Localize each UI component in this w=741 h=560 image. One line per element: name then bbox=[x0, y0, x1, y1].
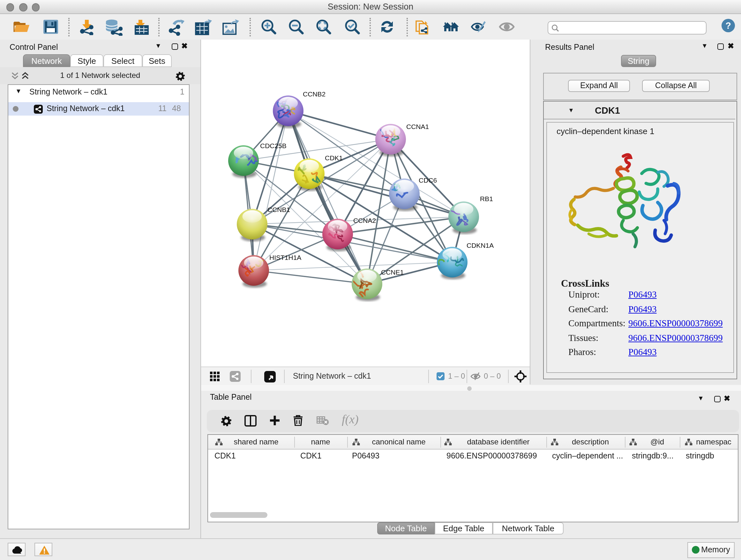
svg-text:CDKN1A: CDKN1A bbox=[467, 242, 494, 249]
svg-text:CDK1: CDK1 bbox=[325, 154, 343, 162]
svg-text:?: ? bbox=[725, 20, 731, 30]
svg-text:RB1: RB1 bbox=[480, 195, 493, 202]
svg-text:CCNE1: CCNE1 bbox=[381, 268, 404, 276]
svg-text:HIST1H1A: HIST1H1A bbox=[269, 254, 301, 261]
svg-text:CCNA2: CCNA2 bbox=[353, 217, 376, 224]
svg-text:CDC25B: CDC25B bbox=[260, 142, 286, 149]
svg-text:CDC6: CDC6 bbox=[419, 177, 437, 184]
svg-text:CCNB1: CCNB1 bbox=[267, 206, 290, 213]
svg-text:CCNA1: CCNA1 bbox=[406, 123, 429, 130]
svg-text:CCNB2: CCNB2 bbox=[303, 90, 326, 98]
